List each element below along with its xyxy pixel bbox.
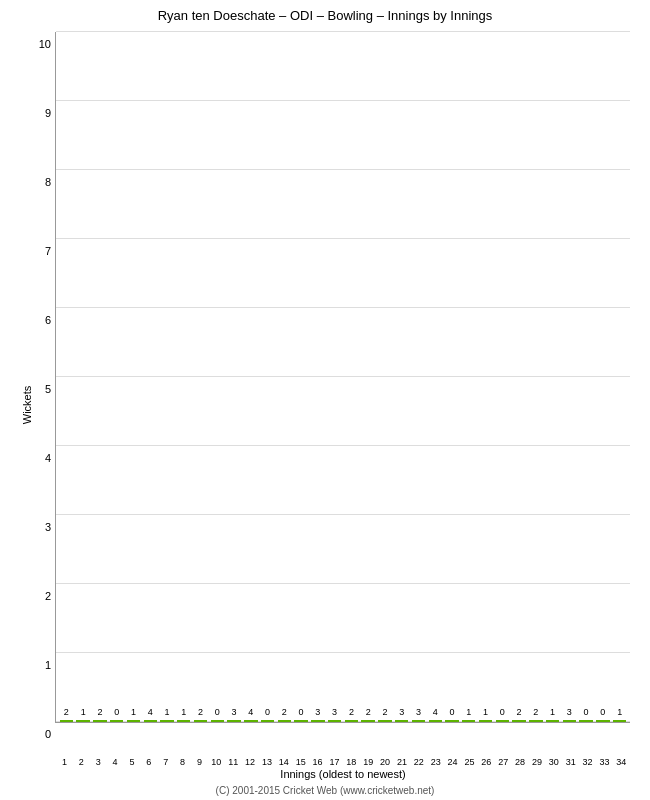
bars-container: 2120141120340203322233401102213001 [56,32,630,722]
bar-group: 2 [58,720,75,722]
x-tick-label: 17 [326,757,343,767]
bar: 4 [429,720,442,722]
bar-value-label: 0 [114,707,119,717]
x-axis-title: Innings (oldest to newest) [280,768,405,780]
bar: 1 [462,720,475,722]
bar-value-label: 2 [64,707,69,717]
x-tick-label: 8 [174,757,191,767]
bar-value-label: 3 [399,707,404,717]
bar: 2 [278,720,291,722]
bar-value-label: 1 [181,707,186,717]
bar: 3 [412,720,425,722]
bar-group: 2 [511,720,528,722]
bar-group: 2 [192,720,209,722]
x-tick-label: 20 [377,757,394,767]
bar: 2 [345,720,358,722]
x-tick-label: 10 [208,757,225,767]
x-tick-label: 5 [124,757,141,767]
x-tick-label: 25 [461,757,478,767]
bar: 0 [211,720,224,722]
bar: 1 [479,720,492,722]
bar-group: 3 [226,720,243,722]
bar-group: 2 [92,720,109,722]
x-tick-label: 32 [579,757,596,767]
bar-group: 2 [343,720,360,722]
x-tick-label: 15 [292,757,309,767]
bar-group: 2 [527,720,544,722]
bar: 3 [328,720,341,722]
plot-area: 012345678910 212014112034020332223340110… [55,32,630,723]
x-tick-label: 29 [529,757,546,767]
x-tick-label: 22 [410,757,427,767]
chart-body: Wickets 012345678910 2120141120340203322… [0,27,650,783]
bar: 2 [378,720,391,722]
x-tick-label: 19 [360,757,377,767]
bar-value-label: 0 [265,707,270,717]
y-tick-label: 4 [45,452,56,464]
bar-group: 2 [360,720,377,722]
y-axis-label: Wickets [21,386,33,425]
x-tick-label: 31 [562,757,579,767]
bar-value-label: 0 [449,707,454,717]
bar-value-label: 3 [416,707,421,717]
y-tick-label: 2 [45,590,56,602]
x-tick-label: 11 [225,757,242,767]
bar: 2 [194,720,207,722]
bar-group: 1 [544,720,561,722]
x-tick-label: 12 [242,757,259,767]
bar-group: 2 [377,720,394,722]
y-tick-label: 6 [45,314,56,326]
chart-title: Ryan ten Doeschate – ODI – Bowling – Inn… [0,0,650,27]
bar-value-label: 1 [131,707,136,717]
bar-value-label: 1 [164,707,169,717]
bar: 0 [496,720,509,722]
x-tick-label: 6 [140,757,157,767]
bar-group: 3 [309,720,326,722]
bar-value-label: 4 [148,707,153,717]
chart-container: Ryan ten Doeschate – ODI – Bowling – Inn… [0,0,650,800]
x-tick-label: 14 [275,757,292,767]
x-tick-label: 24 [444,757,461,767]
bar-value-label: 0 [600,707,605,717]
x-tick-label: 34 [613,757,630,767]
bar-value-label: 3 [315,707,320,717]
bar: 2 [512,720,525,722]
bar-group: 3 [393,720,410,722]
bar-group: 1 [611,720,628,722]
bar-value-label: 1 [466,707,471,717]
bar-value-label: 1 [617,707,622,717]
y-tick-label: 3 [45,521,56,533]
bar-group: 4 [242,720,259,722]
bar-value-label: 4 [248,707,253,717]
bar-group: 2 [276,720,293,722]
bar: 2 [529,720,542,722]
bar-group: 1 [460,720,477,722]
bar-group: 0 [209,720,226,722]
bar-group: 3 [326,720,343,722]
bar-group: 0 [293,720,310,722]
x-tick-label: 33 [596,757,613,767]
bar-value-label: 1 [550,707,555,717]
x-tick-label: 9 [191,757,208,767]
bar-value-label: 2 [198,707,203,717]
bar: 1 [613,720,626,722]
bar: 2 [361,720,374,722]
y-tick-label: 8 [45,176,56,188]
bar-value-label: 4 [433,707,438,717]
bar-value-label: 2 [382,707,387,717]
bar-value-label: 0 [584,707,589,717]
bar-value-label: 2 [349,707,354,717]
bar-group: 0 [259,720,276,722]
bar: 1 [76,720,89,722]
bar-value-label: 2 [366,707,371,717]
bar-group: 1 [125,720,142,722]
bar-value-label: 1 [81,707,86,717]
bar-value-label: 2 [533,707,538,717]
x-tick-label: 3 [90,757,107,767]
bar-group: 4 [427,720,444,722]
bar-group: 3 [410,720,427,722]
bar-group: 1 [159,720,176,722]
x-tick-label: 4 [107,757,124,767]
bar: 2 [93,720,106,722]
bar-group: 1 [75,720,92,722]
